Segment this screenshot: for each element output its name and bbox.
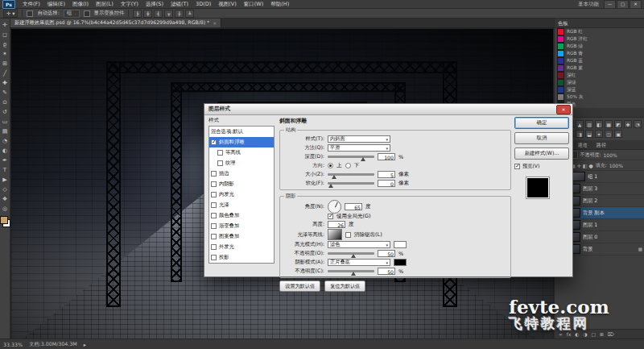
lock-icon[interactable]: ✛ (577, 163, 581, 168)
depth-value[interactable]: 100 (378, 153, 395, 160)
adjustment-icon[interactable]: ◫ (605, 130, 613, 138)
marquee-tool[interactable]: ◻ (0, 30, 10, 39)
style-checkbox[interactable] (211, 171, 217, 177)
layers-footer-icon[interactable]: ▢ (591, 332, 595, 337)
soften-value[interactable]: 0 (378, 180, 395, 187)
style-item-stroke[interactable]: 描边 (209, 168, 274, 179)
bevel-style-select[interactable]: 内斜面▾ (328, 135, 390, 143)
swatch-item[interactable]: 深蓝 (555, 86, 644, 93)
swatch-item[interactable]: RGB 青 (555, 50, 644, 57)
layers-footer-icon[interactable]: ◐ (575, 332, 579, 337)
swatches-panel-tab[interactable]: 色板 (555, 19, 644, 28)
eraser-tool[interactable]: ▭ (0, 117, 10, 127)
adjustment-icon[interactable]: ✦ (595, 130, 603, 138)
minimize-button[interactable]: — (604, 0, 616, 9)
path-select-tool[interactable]: ▶ (0, 175, 10, 185)
dodge-tool[interactable]: ◐ (0, 146, 10, 156)
align-icon[interactable]: ┻ (185, 10, 194, 18)
panel-tab[interactable]: 路径 (592, 140, 610, 149)
style-item-contour[interactable]: 等高线 (209, 147, 274, 158)
style-checkbox[interactable] (211, 139, 217, 145)
menu-item[interactable]: 图层(L) (93, 0, 117, 8)
style-item-texture[interactable]: 纹理 (209, 158, 274, 168)
workspace-switcher[interactable]: 基本功能 (578, 1, 599, 8)
menu-item[interactable]: 文件(F) (19, 0, 43, 8)
adjustment-icon[interactable]: ◩ (614, 120, 622, 128)
shadow-color-swatch[interactable] (394, 259, 407, 266)
swatch-item[interactable]: RGB 紫 (555, 64, 644, 72)
highlight-opacity-slider[interactable] (328, 252, 374, 255)
adjustment-icon[interactable]: ✚ (624, 120, 632, 128)
slider-thumb[interactable] (361, 157, 365, 161)
shadow-mode-select[interactable]: 正片叠底▾ (328, 259, 390, 266)
style-item-satin[interactable]: 光泽 (209, 200, 274, 210)
align-icon[interactable]: ┣ (133, 10, 142, 18)
brush-tool[interactable]: ✎ (0, 88, 10, 98)
angle-dial[interactable] (328, 200, 341, 214)
gradient-tool[interactable]: ▤ (0, 127, 10, 136)
adjustment-icon[interactable]: ◔ (634, 120, 642, 128)
soften-slider[interactable] (328, 182, 374, 185)
lock-icon[interactable]: ● (588, 163, 592, 168)
style-item-gradient-overlay[interactable]: 渐变叠加 (209, 221, 274, 231)
panel-tab[interactable]: 通道 (573, 140, 591, 149)
lock-icon[interactable]: ◧ (583, 163, 588, 168)
layers-footer-icon[interactable]: ∞ (559, 332, 563, 337)
layers-footer-icon[interactable]: ⌦ (608, 332, 614, 337)
fill-value[interactable]: 100% (609, 163, 623, 168)
technique-select[interactable]: 平滑▾ (328, 144, 390, 152)
swatch-item[interactable]: 50% 灰 (555, 93, 644, 101)
maximize-button[interactable]: ▢ (617, 0, 629, 9)
history-brush-tool[interactable]: ↺ (0, 107, 10, 117)
adjustment-icon[interactable]: ▲ (576, 120, 584, 128)
tool-preset-picker[interactable]: ✛ ▾ (3, 9, 18, 18)
blur-tool[interactable]: ◔ (0, 136, 10, 146)
anti-alias-checkbox[interactable] (345, 232, 351, 238)
shape-tool[interactable]: ◇ (0, 185, 10, 194)
lasso-tool[interactable]: ϱ (0, 39, 10, 49)
swatch-item[interactable]: 深绿 (555, 79, 644, 86)
direction-down-radio[interactable] (345, 163, 351, 168)
menu-item[interactable]: 文字(Y) (118, 0, 142, 8)
highlight-opacity-value[interactable]: 50 (378, 250, 395, 257)
layers-footer-icon[interactable]: ⊞ (600, 332, 604, 337)
menu-item[interactable]: 帮助(H) (267, 0, 292, 8)
type-tool[interactable]: T (0, 165, 10, 175)
style-item-drop-shadow[interactable]: 投影 (209, 252, 274, 263)
preview-checkbox[interactable] (514, 164, 520, 169)
style-checkbox[interactable] (211, 234, 217, 239)
style-checkbox[interactable] (217, 160, 223, 166)
menu-item[interactable]: 滤镜(T) (167, 0, 192, 8)
menu-item[interactable]: 窗口(W) (241, 0, 267, 8)
highlight-color-swatch[interactable] (394, 241, 407, 248)
style-item-inner-glow[interactable]: 内发光 (209, 189, 274, 200)
menu-item[interactable]: 视图(V) (215, 0, 240, 8)
auto-select-checkbox[interactable] (27, 10, 33, 17)
align-icon[interactable]: ┳ (164, 10, 173, 18)
style-item-bevel-emboss[interactable]: 斜面和浮雕 (209, 137, 274, 147)
menu-item[interactable]: 选择(S) (142, 0, 167, 8)
size-slider[interactable] (328, 173, 374, 176)
adjustment-icon[interactable]: ▥ (585, 120, 593, 128)
style-checkbox[interactable] (211, 223, 217, 229)
adjustment-icon[interactable]: ▦ (605, 120, 613, 128)
crop-tool[interactable]: ⊞ (0, 59, 10, 69)
status-arrow-icon[interactable]: ▸ (84, 342, 86, 347)
layers-footer-icon[interactable]: ◑ (583, 332, 587, 337)
slider-thumb[interactable] (332, 175, 336, 179)
style-item-inner-shadow[interactable]: 内阴影 (209, 179, 274, 189)
ok-button[interactable]: 确定 (514, 117, 569, 129)
new-style-button[interactable]: 新建样式(W)... (514, 147, 569, 160)
document-tab[interactable]: 新建浮雕效果底图.psd @ 16.7%(b4c44a42d5d45c37d7d… (10, 19, 221, 27)
shadow-opacity-value[interactable]: 50 (378, 268, 395, 275)
reset-default-button[interactable]: 复位为默认值 (324, 280, 365, 292)
opacity-value[interactable]: 100% (604, 152, 617, 158)
adjustment-icon[interactable]: ◨ (576, 130, 584, 138)
dialog-title[interactable]: 图层样式 (204, 104, 572, 115)
direction-up-radio[interactable] (328, 163, 333, 168)
menu-item[interactable]: 编辑(E) (44, 0, 68, 8)
quick-select-tool[interactable]: ✶ (0, 49, 10, 59)
style-checkbox[interactable] (211, 202, 217, 208)
style-checkbox[interactable] (217, 150, 223, 156)
layers-footer-icon[interactable]: fx (567, 332, 571, 337)
